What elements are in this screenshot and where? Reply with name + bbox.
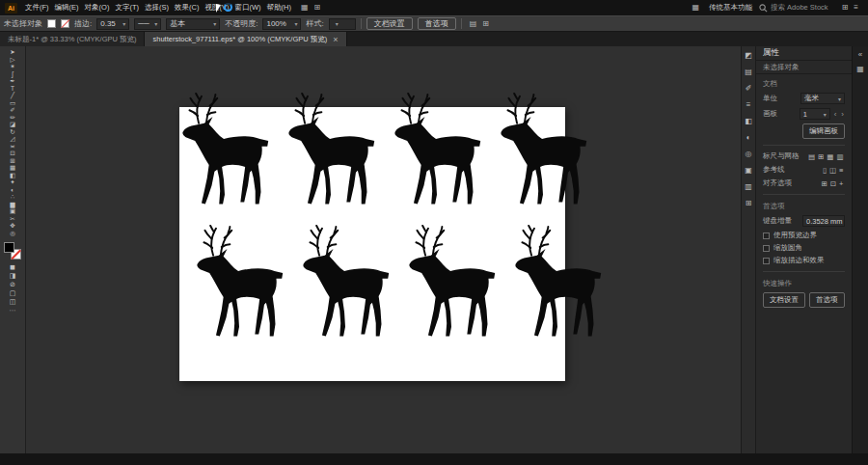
line-tool[interactable]: ╱ <box>0 92 25 99</box>
document-setup-button[interactable]: 文档设置 <box>366 17 413 30</box>
gradient-panel-icon[interactable]: ◧ <box>745 117 752 125</box>
lock-guides-icon[interactable]: ◫ <box>828 166 838 175</box>
panel-grid-icon[interactable]: ▦ <box>856 65 864 73</box>
width-tool[interactable]: ≍ <box>0 143 25 150</box>
align-panel-icon[interactable]: ▤ <box>467 19 480 28</box>
stroke-width-select[interactable]: 0.35 ▾ <box>96 18 129 30</box>
document-tab-shutterstock[interactable]: shutterstock_977111.eps* @ 100% (CMYK/GP… <box>145 32 346 46</box>
fill-stroke-widget[interactable] <box>4 242 21 260</box>
checkbox-box[interactable] <box>763 232 770 239</box>
symbol-sprayer-tool[interactable]: ∴ <box>0 193 25 201</box>
transparency-grid-icon[interactable]: ▦ <box>826 152 835 161</box>
pencil-tool[interactable]: ✏ <box>0 114 25 122</box>
edit-toolbar-button[interactable]: ⋯ <box>10 306 16 315</box>
scale-tool[interactable]: ◿ <box>0 135 25 143</box>
deer-silhouette[interactable] <box>386 93 488 213</box>
rectangle-tool[interactable]: ▭ <box>0 99 25 107</box>
preference-checkbox[interactable]: 缩放描边和效果 <box>763 256 845 265</box>
snap-point-icon[interactable]: + <box>838 179 845 188</box>
document-setup-button[interactable]: 文档设置 <box>763 292 805 308</box>
collapse-panels-icon[interactable]: « <box>858 50 862 59</box>
snap-pixel-icon[interactable]: ⊡ <box>828 179 837 188</box>
draw-mode-button[interactable]: ▢ <box>10 288 16 297</box>
eyedropper-tool[interactable]: ✦ <box>0 178 25 186</box>
document-tab-untitled[interactable]: 未标题-1* @ 33.33% (CMYK/GPU 预览) <box>0 32 145 46</box>
appearance-panel-icon[interactable]: ◎ <box>746 150 752 158</box>
app-menu-icon[interactable]: ≡ <box>851 0 861 15</box>
lasso-tool[interactable]: ʃ <box>0 70 25 78</box>
deer-silhouette[interactable] <box>294 225 396 345</box>
color-button[interactable]: ◼ <box>10 262 15 271</box>
free-transform-tool[interactable]: ⊡ <box>0 150 25 157</box>
preference-checkbox[interactable]: 缩放圆角 <box>763 243 845 253</box>
transparency-panel-icon[interactable]: ◐ <box>746 133 751 142</box>
artboards-panel-icon[interactable]: ⊞ <box>746 199 752 207</box>
app-grid-icon[interactable]: ⊞ <box>839 0 852 15</box>
blend-tool[interactable]: ◐ <box>0 186 25 194</box>
next-artboard-button[interactable]: › <box>840 110 845 119</box>
selection-tool[interactable]: ➤ <box>0 48 25 56</box>
arrange-documents-icon[interactable]: ▦ <box>298 0 312 15</box>
checkbox-box[interactable] <box>763 258 770 264</box>
shape-builder-tool[interactable]: ⊞ <box>0 157 25 165</box>
arrange-icon[interactable]: ⊞ <box>479 19 492 28</box>
menu-item[interactable]: 编辑(E) <box>52 0 82 15</box>
preferences-button[interactable]: 首选项 <box>809 292 845 308</box>
menu-item[interactable]: 窗口(W) <box>231 0 263 15</box>
smart-guides-icon[interactable]: ≡ <box>838 166 845 175</box>
application-layout-icon[interactable]: ⊞ <box>311 0 323 15</box>
eraser-tool[interactable]: ◪ <box>0 121 25 128</box>
rotate-tool[interactable]: ↻ <box>0 128 25 136</box>
brushes-panel-icon[interactable]: ✐ <box>746 84 752 93</box>
color-panel-icon[interactable]: ◩ <box>745 51 752 60</box>
style-select[interactable]: ▾ <box>329 18 356 30</box>
close-icon[interactable]: × <box>333 35 338 44</box>
workspace-switcher-icon[interactable]: ▦ <box>689 0 702 15</box>
menu-item[interactable]: 文件(F) <box>22 0 52 15</box>
deer-silhouette[interactable] <box>506 225 609 345</box>
grid-icon[interactable]: ⊞ <box>817 152 826 161</box>
rulers-icon[interactable]: ▤ <box>806 152 816 161</box>
menu-item[interactable]: 选择(S) <box>142 0 172 15</box>
hand-tool[interactable]: ✥ <box>0 222 25 230</box>
show-guides-icon[interactable]: ▯ <box>821 166 827 175</box>
menu-item[interactable]: 帮助(H) <box>264 0 294 15</box>
menu-item[interactable]: 对象(O) <box>82 0 113 15</box>
paintbrush-tool[interactable]: ✐ <box>0 106 25 114</box>
stock-search[interactable]: 搜索 Adobe Stock <box>759 3 828 13</box>
keyboard-increment-input[interactable]: 0.3528 mm <box>802 215 845 227</box>
stroke-swatch[interactable] <box>61 19 69 28</box>
preferences-button[interactable]: 首选项 <box>418 17 456 30</box>
direct-selection-tool[interactable]: ▷ <box>0 56 25 64</box>
pen-tool[interactable]: ✒ <box>0 77 25 85</box>
graph-tool[interactable]: ▆ <box>0 201 25 208</box>
type-tool[interactable]: T <box>0 85 25 93</box>
deer-silhouette[interactable] <box>492 93 594 213</box>
unit-select[interactable]: 毫米 ▾ <box>800 93 845 104</box>
edit-artboards-button[interactable]: 编辑画板 <box>802 123 845 139</box>
gradient-tool[interactable]: ◧ <box>0 172 25 179</box>
canvas[interactable] <box>26 46 741 453</box>
deer-silhouette[interactable] <box>400 225 502 345</box>
swatches-panel-icon[interactable]: ▤ <box>745 68 752 76</box>
mesh-tool[interactable]: ▦ <box>0 164 25 172</box>
app-logo[interactable]: Ai <box>5 3 17 14</box>
opacity-select[interactable]: 100% ▾ <box>262 18 301 30</box>
brush-select[interactable]: 基本 ▾ <box>166 18 220 30</box>
none-button[interactable]: ⊘ <box>10 280 15 288</box>
artboard-tool[interactable]: ▣ <box>0 207 25 215</box>
deer-silhouette[interactable] <box>174 93 276 213</box>
screen-mode-button[interactable]: ◫ <box>10 297 16 306</box>
snap-grid-icon[interactable]: ⊞ <box>820 179 828 188</box>
graphic-styles-panel-icon[interactable]: ▣ <box>745 166 752 175</box>
magic-wand-tool[interactable]: ✶ <box>0 63 25 70</box>
deer-silhouette[interactable] <box>280 93 382 213</box>
menu-item[interactable]: 文字(T) <box>112 0 142 15</box>
zoom-tool[interactable]: ◎ <box>0 230 25 237</box>
layers-panel-icon[interactable]: ▥ <box>745 182 752 191</box>
slice-tool[interactable]: ✂ <box>0 215 25 223</box>
stroke-panel-icon[interactable]: ≡ <box>746 100 751 109</box>
width-profile-select[interactable]: ── ▾ <box>134 18 161 30</box>
menu-item[interactable]: 效果(C) <box>172 0 202 15</box>
artboard-select[interactable]: 1 ▾ <box>800 108 830 120</box>
